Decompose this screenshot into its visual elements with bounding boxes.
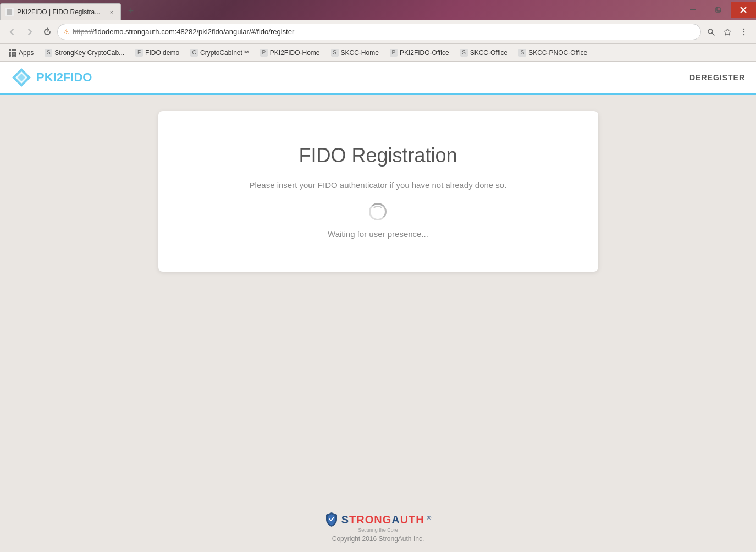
logo-text: PKI2FIDO: [36, 70, 92, 85]
refresh-button[interactable]: [40, 24, 55, 40]
svg-rect-1: [7, 9, 12, 15]
bookmark-label: SKCC-Office: [470, 49, 507, 57]
spinner-container: Waiting for user presence...: [328, 203, 428, 239]
bookmark-label: CryptoCabinet™: [200, 49, 249, 57]
active-tab[interactable]: PKI2FIDO | FIDO Registra... ×: [0, 3, 121, 20]
waiting-status-text: Waiting for user presence...: [328, 229, 428, 239]
forward-button[interactable]: [22, 24, 37, 40]
url-https: https://: [73, 27, 94, 36]
url-display: https://fidodemo.strongauth.com:48282/pk…: [73, 27, 695, 36]
security-warning-icon: ⚠: [63, 28, 69, 36]
search-button[interactable]: [703, 24, 719, 40]
title-bar: PKI2FIDO | FIDO Registra... × +: [0, 0, 756, 20]
app-header: PKI2FIDO DEREGISTER: [0, 62, 756, 95]
bookmarks-bar: Apps S StrongKey CryptoCab... F FIDO dem…: [0, 44, 756, 62]
bookmark-label: PKI2FIDO-Office: [400, 49, 449, 57]
bookmark-star-button[interactable]: [720, 24, 735, 40]
bookmark-favicon: F: [135, 49, 143, 57]
footer-copyright: Copyright 2016 StrongAuth Inc.: [332, 535, 424, 543]
footer-brand-text: STRONGAUTH ®: [341, 514, 432, 526]
bookmark-skcc-home[interactable]: S SKCC-Home: [327, 47, 383, 58]
svg-point-11: [743, 31, 744, 32]
navigation-bar: ⚠ https://fidodemo.strongauth.com:48282/…: [0, 20, 756, 44]
tab-favicon: [5, 8, 14, 16]
nav-action-buttons: [703, 24, 752, 40]
bookmark-label: StrongKey CryptoCab...: [54, 49, 124, 57]
main-content: FIDO Registration Please insert your FID…: [0, 95, 756, 508]
registration-title: FIDO Registration: [299, 144, 457, 167]
footer-logo: STRONGAUTH ®: [325, 512, 432, 527]
brand-trademark: ®: [427, 514, 431, 521]
menu-button[interactable]: [736, 24, 752, 40]
registration-subtitle: Please insert your FIDO authenticator if…: [250, 180, 507, 190]
svg-marker-9: [724, 29, 731, 35]
bookmark-pki2fido-office[interactable]: P PKI2FIDO-Office: [385, 47, 454, 58]
bookmark-favicon: S: [518, 49, 526, 57]
bookmark-skcc-pnoc[interactable]: S SKCC-PNOC-Office: [514, 47, 592, 58]
bookmark-skcc-office[interactable]: S SKCC-Office: [456, 47, 512, 58]
brand-strong: STRONGAUTH: [341, 514, 424, 526]
bookmark-favicon: C: [190, 49, 198, 57]
bookmark-cryptocabinet[interactable]: C CryptoCabinet™: [186, 47, 253, 58]
back-button[interactable]: [4, 24, 20, 40]
app-content: PKI2FIDO DEREGISTER FIDO Registration Pl…: [0, 62, 756, 552]
bookmark-favicon: S: [460, 49, 468, 57]
footer-tagline: Securing the Core: [358, 527, 398, 533]
bookmark-strongkey[interactable]: S StrongKey CryptoCab...: [40, 47, 129, 58]
svg-line-8: [712, 33, 714, 35]
svg-point-10: [743, 28, 744, 29]
apps-label: Apps: [19, 49, 34, 57]
bookmark-fido-demo[interactable]: F FIDO demo: [131, 47, 184, 58]
bookmark-label: FIDO demo: [145, 49, 179, 57]
apps-grid-icon: [9, 49, 16, 57]
registration-card: FIDO Registration Please insert your FID…: [158, 111, 598, 272]
loading-spinner: [369, 203, 387, 220]
bookmark-favicon: S: [45, 49, 52, 57]
bookmark-label: SKCC-Home: [341, 49, 379, 57]
new-tab-button[interactable]: +: [123, 3, 139, 19]
bookmark-favicon: P: [390, 49, 398, 57]
bookmark-favicon: P: [260, 49, 268, 57]
browser-window: PKI2FIDO | FIDO Registra... × +: [0, 0, 756, 552]
logo-diamond-icon: [11, 67, 32, 88]
apps-bookmark[interactable]: Apps: [4, 47, 38, 58]
svg-point-12: [743, 34, 744, 35]
tab-title: PKI2FIDO | FIDO Registra...: [17, 8, 104, 16]
bookmark-label: SKCC-PNOC-Office: [528, 49, 587, 57]
deregister-button[interactable]: DEREGISTER: [689, 73, 745, 82]
bookmark-favicon: S: [331, 49, 339, 57]
app-footer: STRONGAUTH ® Securing the Core Copyright…: [0, 508, 756, 552]
address-bar[interactable]: ⚠ https://fidodemo.strongauth.com:48282/…: [57, 24, 701, 40]
logo-area: PKI2FIDO: [11, 67, 92, 88]
bookmark-label: PKI2FIDO-Home: [270, 49, 320, 57]
footer-shield-icon: [325, 512, 338, 527]
bookmark-pki2fido-home[interactable]: P PKI2FIDO-Home: [256, 47, 324, 58]
tab-close-button[interactable]: ×: [107, 8, 116, 16]
tabs-area: PKI2FIDO | FIDO Registra... × +: [0, 3, 756, 20]
